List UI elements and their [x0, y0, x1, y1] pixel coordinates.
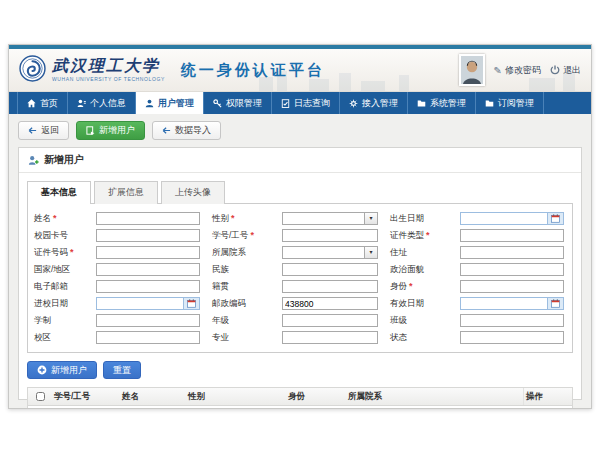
- nav-tab-label: 首页: [40, 97, 58, 110]
- id-number-input[interactable]: [96, 246, 200, 259]
- plus-circle-icon: [37, 365, 47, 375]
- user-avatar: [459, 54, 485, 86]
- field-label-identity: 身份*: [390, 281, 448, 293]
- user-manage-icon: [145, 99, 154, 108]
- postal-code-input[interactable]: [282, 297, 378, 310]
- field-label-postal-code: 邮政编码: [212, 298, 270, 310]
- required-marker: *: [231, 214, 235, 223]
- required-marker: *: [53, 214, 57, 223]
- field-label-political-status: 政治面貌: [390, 264, 448, 276]
- class-input[interactable]: [460, 314, 564, 327]
- arrow-left-icon: [162, 126, 171, 135]
- field-label-education-length: 学制: [34, 315, 84, 327]
- clipboard-check-icon: [281, 99, 290, 108]
- field-label-grade: 年级: [212, 315, 270, 327]
- folder-icon: [417, 99, 426, 108]
- grade-input[interactable]: [282, 314, 378, 327]
- field-label-valid-date: 有效日期: [390, 298, 448, 310]
- field-label-name: 姓名*: [34, 213, 84, 225]
- reset-button[interactable]: 重置: [103, 361, 141, 379]
- field-label-campus-card: 校园卡号: [34, 230, 84, 242]
- field-label-entry-date: 进校日期: [34, 298, 84, 310]
- app-window: 武汉理工大学 WUHAN UNIVERSITY OF TECHNOLOGY 统一…: [8, 44, 592, 409]
- id-type-input[interactable]: [460, 229, 564, 242]
- col-student-id: 学号/工号: [52, 391, 120, 403]
- name-input[interactable]: [96, 212, 200, 225]
- calendar-icon[interactable]: [184, 297, 200, 310]
- add-user-toolbar-label: 新增用户: [99, 124, 135, 137]
- calendar-icon[interactable]: [548, 212, 564, 225]
- add-user-toolbar-button[interactable]: 新增用户: [76, 121, 145, 140]
- gender-select-input[interactable]: [282, 212, 365, 225]
- tab-upload-avatar[interactable]: 上传头像: [161, 181, 225, 204]
- department-select-input[interactable]: [282, 246, 365, 259]
- section-title: 新增用户: [44, 153, 84, 167]
- nav-tab-subscription-management[interactable]: 订阅管理: [476, 92, 544, 114]
- calendar-icon[interactable]: [548, 297, 564, 310]
- new-doc-icon: [86, 126, 95, 135]
- table-header-row: 学号/工号 姓名 性别 身份 所属院系 操作: [28, 388, 572, 406]
- section-header: 新增用户: [19, 148, 581, 173]
- nav-tab-label: 个人信息: [90, 97, 126, 110]
- change-password-link[interactable]: ✎ 修改密码: [494, 64, 541, 77]
- country-input[interactable]: [96, 263, 200, 276]
- chevron-down-icon[interactable]: ▾: [365, 212, 378, 225]
- empty-table-body: [28, 406, 572, 409]
- arrow-left-icon: [28, 126, 37, 135]
- folder-icon: [485, 99, 494, 108]
- status-input[interactable]: [460, 331, 564, 344]
- data-import-label: 数据导入: [175, 124, 211, 137]
- nav-tab-permission-management[interactable]: 权限管理: [204, 92, 272, 114]
- field-label-department: 所属院系: [212, 247, 270, 259]
- nav-tab-label: 系统管理: [430, 97, 466, 110]
- nav-tab-system-management[interactable]: 系统管理: [408, 92, 476, 114]
- nav-tab-user-management[interactable]: 用户管理: [136, 92, 204, 114]
- identity-input[interactable]: [460, 280, 564, 293]
- back-button-label: 返回: [41, 124, 59, 137]
- main-content: 返回 新增用户 数据导入 新增用户 基本信息 扩展信息: [9, 114, 591, 408]
- col-identity: 身份: [286, 391, 346, 403]
- field-label-birth-date: 出生日期: [390, 213, 448, 225]
- form-actions: 新增用户 重置: [27, 361, 573, 379]
- app-header: 武汉理工大学 WUHAN UNIVERSITY OF TECHNOLOGY 统一…: [9, 49, 591, 92]
- tab-label: 扩展信息: [108, 187, 144, 197]
- nav-tab-access-management[interactable]: 接入管理: [340, 92, 408, 114]
- university-name-en: WUHAN UNIVERSITY OF TECHNOLOGY: [52, 76, 165, 82]
- tab-basic-info[interactable]: 基本信息: [27, 181, 91, 204]
- required-marker: *: [426, 231, 430, 240]
- campus-input[interactable]: [96, 331, 200, 344]
- data-import-button[interactable]: 数据导入: [152, 121, 221, 140]
- valid-date-input[interactable]: [460, 297, 548, 310]
- birth-date-input[interactable]: [460, 212, 548, 225]
- nav-tab-label: 接入管理: [362, 97, 398, 110]
- submit-add-user-button[interactable]: 新增用户: [27, 361, 97, 379]
- nav-tab-home[interactable]: 首页: [17, 92, 68, 114]
- gear-icon: [349, 99, 358, 108]
- major-input[interactable]: [282, 331, 378, 344]
- col-department: 所属院系: [346, 391, 523, 403]
- campus-card-input[interactable]: [96, 229, 200, 242]
- field-label-email: 电子邮箱: [34, 281, 84, 293]
- tab-extended-info[interactable]: 扩展信息: [94, 181, 158, 204]
- nav-tab-personal-info[interactable]: 个人信息: [68, 92, 136, 114]
- university-logo-icon: [19, 55, 46, 86]
- select-all-checkbox[interactable]: [36, 392, 45, 401]
- student-id-input[interactable]: [282, 229, 378, 242]
- native-place-input[interactable]: [282, 280, 378, 293]
- logout-link[interactable]: 退出: [550, 64, 581, 77]
- nav-tab-log-query[interactable]: 日志查询: [272, 92, 340, 114]
- ethnicity-input[interactable]: [282, 263, 378, 276]
- add-person-icon: [28, 155, 39, 166]
- submit-add-user-label: 新增用户: [51, 364, 87, 377]
- form-tabs: 基本信息 扩展信息 上传头像: [27, 180, 573, 203]
- address-input[interactable]: [460, 246, 564, 259]
- skyline-decoration: [339, 73, 351, 91]
- home-icon: [27, 99, 36, 108]
- political-status-input[interactable]: [460, 263, 564, 276]
- field-label-status: 状态: [390, 332, 448, 344]
- chevron-down-icon[interactable]: ▾: [365, 246, 378, 259]
- email-input[interactable]: [96, 280, 200, 293]
- back-button[interactable]: 返回: [18, 121, 69, 140]
- education-length-input[interactable]: [96, 314, 200, 327]
- entry-date-input[interactable]: [96, 297, 184, 310]
